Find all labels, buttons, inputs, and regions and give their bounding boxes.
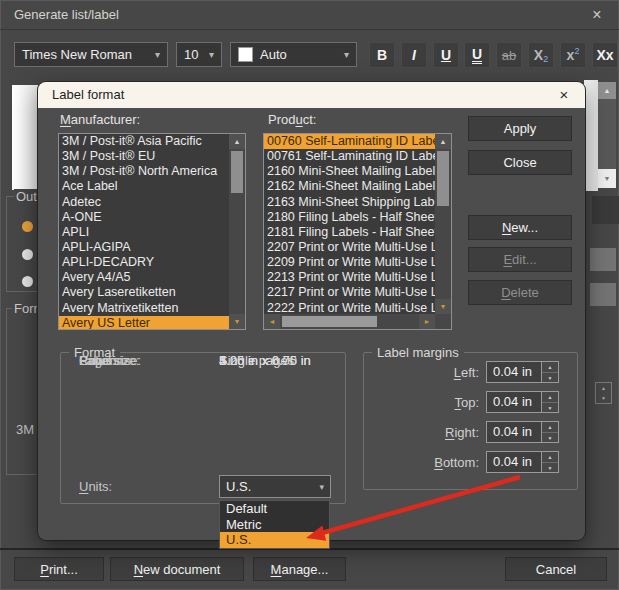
product-list-item[interactable]: 2209 Print or Write Multi-Use Lab bbox=[264, 255, 435, 270]
scroll-down-icon[interactable]: ▼ bbox=[229, 314, 245, 329]
chevron-down-icon: ▾ bbox=[338, 49, 349, 60]
units-dropdown-option[interactable]: Default bbox=[220, 501, 329, 517]
spin-up-icon[interactable]: ▲ bbox=[542, 452, 558, 463]
product-list-item[interactable]: 2213 Print or Write Multi-Use Lab bbox=[264, 270, 435, 285]
chevron-down-icon: ▾ bbox=[319, 482, 324, 492]
scroll-right-icon[interactable]: ► bbox=[419, 314, 435, 329]
font-size-value: 10 bbox=[184, 47, 198, 62]
superscript-button[interactable]: x2 bbox=[560, 42, 586, 68]
product-list-item[interactable]: 2160 Mini-Sheet Mailing Labels - bbox=[264, 164, 435, 179]
chevron-down-icon: ▾ bbox=[149, 49, 160, 60]
spin-up-icon[interactable]: ▲ bbox=[542, 392, 558, 403]
scroll-down-icon[interactable]: ▼ bbox=[435, 299, 451, 314]
manufacturer-list-item[interactable]: APLI-AGIPA bbox=[59, 240, 229, 255]
margin-input[interactable]: 0.04 in bbox=[486, 451, 542, 473]
manufacturer-list-item[interactable]: Avery Matrixetiketten bbox=[59, 301, 229, 316]
radio-button[interactable] bbox=[22, 249, 33, 260]
new-button[interactable]: New... bbox=[468, 215, 572, 240]
product-scrollbar[interactable]: ▲ ▼ bbox=[435, 134, 451, 314]
generate-list-label-window: Generate list/label × Times New Roman ▾ … bbox=[0, 0, 619, 590]
manufacturer-list-item[interactable]: APLI bbox=[59, 225, 229, 240]
spin-up-icon[interactable]: ▲ bbox=[542, 422, 558, 433]
manufacturer-scrollbar[interactable]: ▲ ▼ bbox=[229, 134, 245, 329]
product-list-item[interactable]: 2181 Filing Labels - Half Sheet bbox=[264, 225, 435, 240]
new-document-button[interactable]: New document bbox=[110, 557, 244, 581]
scroll-up-icon[interactable]: ▲ bbox=[229, 134, 245, 149]
scroll-down-icon[interactable]: ▼ bbox=[598, 169, 616, 188]
dialog-close-icon[interactable]: × bbox=[553, 82, 575, 108]
product-list-item[interactable]: 2222 Print or Write Multi-Use Lab bbox=[264, 301, 435, 314]
spin-down-icon[interactable]: ▼ bbox=[542, 463, 558, 473]
manufacturer-list-item[interactable]: Avery Laseretiketten bbox=[59, 285, 229, 300]
product-list-item[interactable]: 00761 Self-Laminating ID Labels bbox=[264, 149, 435, 164]
scrollbar-track[interactable] bbox=[598, 99, 616, 169]
spin-down-icon[interactable]: ▼ bbox=[542, 433, 558, 443]
italic-button[interactable]: I bbox=[401, 42, 427, 68]
strikethrough-button[interactable]: ab bbox=[496, 42, 522, 68]
units-dropdown-option[interactable]: U.S. bbox=[220, 532, 329, 548]
product-list-item[interactable]: 00760 Self-Laminating ID Labels bbox=[264, 134, 435, 149]
radio-button[interactable] bbox=[22, 276, 33, 287]
manufacturer-list-item[interactable]: 3M / Post-it® Asia Pacific bbox=[59, 134, 229, 149]
underline-button[interactable]: U bbox=[433, 42, 459, 68]
manufacturer-list-item[interactable]: 3M / Post-it® North America bbox=[59, 164, 229, 179]
manufacturer-list-item[interactable]: Avery A4/A5 bbox=[59, 270, 229, 285]
radio-button-selected[interactable] bbox=[22, 221, 33, 232]
double-underline-button[interactable]: U bbox=[464, 42, 490, 68]
format-info-row: Paper: Single pages bbox=[61, 353, 345, 373]
margin-stepper[interactable]: ▲ ▼ bbox=[542, 421, 559, 443]
font-family-value: Times New Roman bbox=[22, 47, 132, 62]
product-list-item[interactable]: 2217 Print or Write Multi-Use Lab bbox=[264, 285, 435, 300]
spin-down-icon[interactable]: ▼ bbox=[542, 403, 558, 413]
manufacturer-list-item[interactable]: APLI-DECADRY bbox=[59, 255, 229, 270]
spin-down-icon[interactable]: ▼ bbox=[542, 373, 558, 383]
font-color-select[interactable]: Auto ▾ bbox=[230, 42, 357, 67]
close-button[interactable]: Close bbox=[468, 150, 572, 175]
font-family-select[interactable]: Times New Roman ▾ bbox=[14, 42, 168, 67]
manufacturer-list-item[interactable]: 3M / Post-it® EU bbox=[59, 149, 229, 164]
cancel-button[interactable]: Cancel bbox=[505, 557, 607, 581]
change-case-button[interactable]: Xx bbox=[592, 42, 618, 68]
margin-stepper[interactable]: ▲ ▼ bbox=[542, 451, 559, 473]
manage-button[interactable]: Manage... bbox=[253, 557, 346, 581]
product-list-item[interactable]: 2207 Print or Write Multi-Use Lab bbox=[264, 240, 435, 255]
product-list-item[interactable]: 2180 Filing Labels - Half Sheet bbox=[264, 210, 435, 225]
manufacturer-list-item[interactable]: A-ONE bbox=[59, 210, 229, 225]
apply-button[interactable]: Apply bbox=[468, 116, 572, 141]
scroll-up-icon[interactable]: ▲ bbox=[435, 134, 451, 149]
window-close-icon[interactable]: × bbox=[585, 0, 609, 30]
background-preview-fragment bbox=[12, 85, 38, 190]
margin-input[interactable]: 0.04 in bbox=[486, 421, 542, 443]
margin-input[interactable]: 0.04 in bbox=[486, 391, 542, 413]
print-button[interactable]: Print... bbox=[14, 557, 104, 581]
manufacturer-listbox[interactable]: 3M / Post-it® Asia Pacific3M / Post-it® … bbox=[58, 133, 246, 330]
margin-stepper[interactable]: ▲ ▼ bbox=[542, 391, 559, 413]
font-color-value: Auto bbox=[260, 47, 287, 62]
scrollbar-thumb[interactable] bbox=[282, 316, 377, 327]
scroll-left-icon[interactable]: ◄ bbox=[264, 314, 280, 329]
product-listbox[interactable]: 00760 Self-Laminating ID Labels00761 Sel… bbox=[263, 133, 452, 330]
label-format-dialog: Label format × Manufacturer: Product: 3M… bbox=[38, 82, 585, 540]
product-list-item[interactable]: 2163 Mini-Sheet Shipping Labels bbox=[264, 195, 435, 210]
product-horizontal-scrollbar[interactable]: ◄ ► bbox=[264, 314, 451, 329]
delete-button[interactable]: Delete bbox=[468, 280, 572, 305]
edit-button[interactable]: Edit... bbox=[468, 247, 572, 272]
scrollbar-thumb[interactable] bbox=[231, 151, 243, 193]
manufacturer-list-item[interactable]: Ace Label bbox=[59, 179, 229, 194]
scrollbar-thumb[interactable] bbox=[437, 151, 449, 206]
manufacturer-list-item[interactable]: Avery US Letter bbox=[59, 316, 229, 329]
units-dropdown-option[interactable]: Metric bbox=[220, 517, 329, 533]
units-select[interactable]: U.S. ▾ bbox=[219, 475, 331, 498]
background-button-fragment bbox=[592, 196, 619, 224]
font-size-select[interactable]: 10 ▾ bbox=[176, 42, 222, 67]
product-list-item[interactable]: 2162 Mini-Sheet Mailing Labels - bbox=[264, 179, 435, 194]
dialog-titlebar: Label format × bbox=[38, 82, 585, 108]
format-groupbox: Format Page size: 4.00 in x 6.00 in Labe… bbox=[60, 352, 346, 504]
margin-stepper[interactable]: ▲ ▼ bbox=[542, 361, 559, 383]
margin-input[interactable]: 0.04 in bbox=[486, 361, 542, 383]
subscript-button[interactable]: X2 bbox=[528, 42, 554, 68]
spin-up-icon[interactable]: ▲ bbox=[542, 362, 558, 373]
scroll-up-icon[interactable]: ▲ bbox=[598, 82, 616, 99]
manufacturer-list-item[interactable]: Adetec bbox=[59, 195, 229, 210]
bold-button[interactable]: B bbox=[369, 42, 395, 68]
